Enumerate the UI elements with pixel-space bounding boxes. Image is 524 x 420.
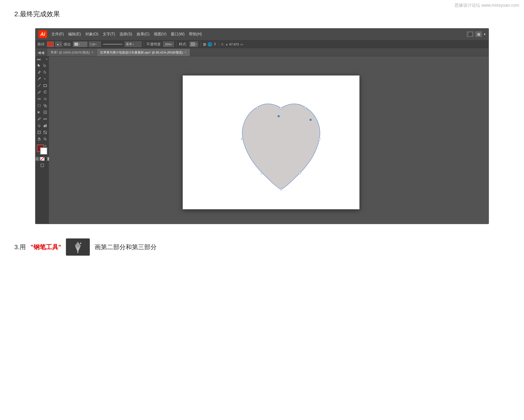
tool-magic-wand[interactable] [36, 69, 42, 75]
svg-rect-42 [241, 138, 243, 140]
tool-lasso[interactable] [43, 69, 48, 75]
tool-stroke-color[interactable] [40, 147, 47, 155]
tool-shapebuilder[interactable] [43, 103, 48, 109]
tab-eps[interactable]: 红苹果与果汁包装设计矢量素材.eps* @ 80.41% (RGB/预览) ✕ [97, 49, 190, 56]
svg-text:T: T [44, 77, 46, 81]
ai-main: ◀◀ ✕ [35, 56, 489, 224]
tool-bar-chart[interactable] [43, 122, 48, 129]
tool-mesh[interactable] [43, 109, 48, 115]
svg-rect-36 [280, 107, 282, 109]
tool-pencil[interactable] [36, 89, 42, 95]
toolbar-unit: ㎜ [240, 42, 243, 46]
tool-line[interactable] [36, 82, 42, 89]
tools-collapse-left[interactable]: ◀◀ [36, 58, 40, 61]
svg-point-19 [45, 119, 47, 120]
menu-help[interactable]: 帮助(H) [189, 32, 202, 37]
toolbar-opacity-value[interactable]: 20% ▾ [163, 42, 174, 47]
tool-symbol-spray[interactable] [36, 122, 42, 129]
menu-text[interactable]: 文字(T) [103, 32, 115, 37]
svg-point-11 [44, 104, 46, 106]
toolbar-grid-icon: ⊞ [203, 42, 206, 47]
menu-file[interactable]: 文件(F) [51, 32, 64, 37]
toolbar-stroke-width[interactable]: 1 pt ▾ [89, 42, 101, 47]
svg-rect-12 [45, 105, 47, 107]
svg-rect-38 [318, 138, 320, 140]
tool-row-3: T [36, 76, 48, 82]
toolbar-sep-4 [218, 42, 219, 47]
toolbar-style-label: 样式: [179, 42, 187, 47]
section1-title: 2.最终完成效果 [14, 9, 510, 19]
toolbar-stroke-color[interactable]: ▾ [73, 42, 87, 47]
menu-edit[interactable]: 编辑(E) [68, 32, 81, 37]
section2-highlight: "钢笔工具" [31, 243, 61, 251]
tool-default-colors[interactable]: ⬛ [37, 152, 40, 156]
menu-select[interactable]: 选择(S) [119, 32, 132, 37]
tool-direct-selection[interactable] [43, 62, 48, 69]
watermark: 思缘设计论坛 www.missyuan.com [454, 2, 519, 8]
svg-point-21 [38, 125, 40, 127]
svg-rect-8 [44, 85, 47, 87]
tool-row-9 [36, 116, 48, 122]
svg-line-7 [38, 84, 41, 87]
menu-effect[interactable]: 效果(C) [137, 32, 149, 37]
svg-marker-49 [80, 242, 82, 244]
tool-color-mode[interactable] [35, 157, 39, 161]
toolbar-stroke-label: 描边 [63, 42, 71, 47]
tool-rotate[interactable] [43, 89, 48, 95]
tabs-collapse[interactable]: ◀◀ [37, 50, 44, 55]
menu-window[interactable]: 窗口(W) [171, 32, 185, 37]
ai-canvas-area [49, 56, 489, 224]
tool-width[interactable] [36, 96, 42, 102]
toolbar-sep-2 [176, 42, 176, 47]
menu-icon-1[interactable]: ⬛ [467, 31, 473, 37]
svg-marker-0 [38, 64, 40, 67]
tool-gradient[interactable] [36, 109, 42, 115]
tool-slice[interactable] [43, 129, 48, 135]
tool-rect[interactable] [43, 82, 48, 89]
tool-row-2 [36, 69, 48, 75]
menu-view[interactable]: 视图(V) [154, 32, 166, 37]
tool-change-screen[interactable] [39, 162, 45, 168]
tool-row-1 [36, 62, 48, 69]
svg-rect-43 [256, 107, 258, 109]
svg-rect-24 [45, 125, 45, 127]
svg-point-5 [40, 78, 41, 78]
toolbar-opacity-label: 不透明度 [146, 42, 161, 47]
tab-eps-close[interactable]: ✕ [184, 51, 186, 54]
toolbar-fill-dropdown[interactable]: ▲ ▾ [55, 42, 62, 47]
tool-freetransform[interactable] [36, 103, 42, 109]
tool-type[interactable]: T [43, 76, 48, 82]
tool-pen[interactable] [36, 76, 42, 82]
tool-eyedropper[interactable] [36, 116, 42, 122]
tool-selection[interactable] [36, 62, 42, 69]
ai-toolbar: 路径 ▲ ▾ 描边 ▾ 1 pt ▾ 基本 ▾ 不透明度 [35, 40, 489, 49]
tool-row-4 [36, 82, 48, 89]
ai-window: Ai 文件(F) 编辑(E) 对象(O) 文字(T) 选择(S) 效果(C) 视… [35, 28, 489, 224]
tool-none-mode[interactable] [40, 157, 45, 161]
toolbar-x-up[interactable]: ▲ [226, 43, 228, 46]
tabs-divider [46, 50, 46, 55]
ai-logo: Ai [38, 30, 47, 38]
tool-zoom[interactable] [43, 136, 48, 142]
menu-icon-2[interactable]: ▦ [475, 31, 482, 37]
svg-rect-45 [310, 119, 311, 121]
svg-rect-41 [261, 172, 263, 174]
menu-dropdown-arrow[interactable]: ▾ [484, 32, 486, 36]
menu-object[interactable]: 对象(O) [85, 32, 98, 37]
toolbar-stroke-type[interactable]: 基本 ▾ [125, 42, 141, 47]
tool-mode-row [35, 157, 50, 161]
tool-row-11 [36, 129, 48, 135]
pen-tool-icon-box [66, 238, 90, 256]
toolbar-fill-swatch[interactable] [47, 42, 54, 47]
tool-row-7 [36, 103, 48, 109]
tab-apple-close[interactable]: ✕ [91, 51, 93, 54]
tool-artboard[interactable] [36, 129, 42, 135]
tool-warp[interactable] [43, 96, 48, 102]
tool-swap-colors[interactable]: ⇄ [44, 145, 48, 148]
toolbar-style-box[interactable]: ▾ [189, 42, 198, 47]
tool-hand[interactable] [36, 136, 42, 142]
tools-collapse-close[interactable]: ✕ [46, 58, 48, 61]
tab-apple[interactable]: 苹果* @ 100% (CMYK/预览) ✕ [47, 49, 97, 56]
tool-blend[interactable] [43, 116, 48, 122]
tool-color-area: ⬛ ⇄ [37, 145, 48, 156]
